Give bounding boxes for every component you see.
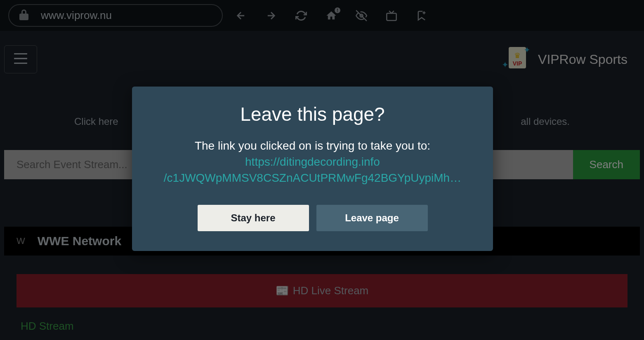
dialog-buttons: Stay here Leave page — [153, 205, 472, 231]
dialog-title: Leave this page? — [153, 103, 472, 125]
leave-page-button[interactable]: Leave page — [316, 205, 428, 231]
leave-page-dialog: Leave this page? The link you clicked on… — [132, 87, 493, 251]
stay-here-button[interactable]: Stay here — [198, 205, 309, 231]
dialog-message-text: The link you clicked on is trying to tak… — [195, 139, 430, 152]
dialog-message: The link you clicked on is trying to tak… — [153, 138, 472, 186]
dialog-link[interactable]: https://ditingdecording.info /c1JWQWpMMS… — [153, 154, 472, 186]
